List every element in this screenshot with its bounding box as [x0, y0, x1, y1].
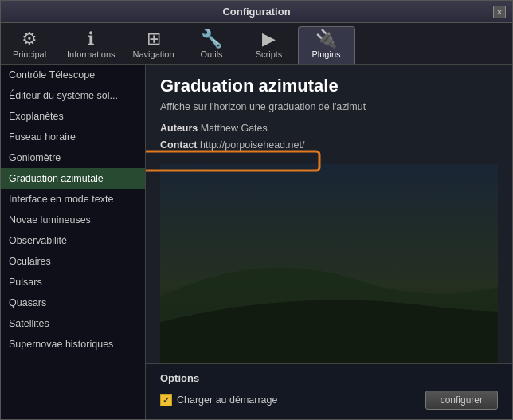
- options-title: Options: [160, 372, 498, 384]
- sidebar-item-pulsars[interactable]: Pulsars: [1, 272, 145, 292]
- tab-plugins-label: Plugins: [311, 49, 340, 59]
- tab-navigation[interactable]: ⊞ Navigation: [124, 26, 183, 64]
- landscape-svg: [160, 164, 498, 364]
- startup-checkbox-label: Charger au démarrage: [177, 394, 277, 406]
- tools-icon: 🔧: [201, 30, 222, 48]
- sidebar: Contrôle Télescope Éditeur du système so…: [1, 65, 146, 419]
- content-panel: Graduation azimutale Affiche sur l'horiz…: [146, 65, 512, 363]
- sidebar-item-supernovae[interactable]: Supernovae historiques: [1, 334, 145, 355]
- sidebar-item-editeur[interactable]: Éditeur du système sol...: [1, 85, 145, 106]
- tab-informations[interactable]: ℹ Informations: [58, 26, 124, 64]
- sidebar-item-fuseau[interactable]: Fuseau horaire: [1, 127, 145, 147]
- sidebar-item-controle[interactable]: Contrôle Télescope: [1, 65, 145, 85]
- plugin-description: Affiche sur l'horizon une graduation de …: [160, 101, 498, 112]
- plugin-icon: 🔌: [315, 30, 337, 48]
- tab-navigation-label: Navigation: [133, 49, 174, 59]
- tab-outils[interactable]: 🔧 Outils: [183, 26, 241, 64]
- gear-icon: ⚙: [22, 30, 37, 48]
- sidebar-item-goniometre[interactable]: Goniomètre: [1, 147, 145, 168]
- info-icon: ℹ: [88, 30, 94, 48]
- sidebar-item-interface[interactable]: Interface en mode texte: [1, 189, 145, 210]
- play-icon: ▶: [262, 30, 276, 48]
- sidebar-item-novae[interactable]: Novae lumineuses: [1, 210, 145, 230]
- sidebar-item-exoplanetes[interactable]: Exoplanètes: [1, 106, 145, 127]
- contact-label: Contact: [160, 139, 198, 151]
- sidebar-item-oculaires[interactable]: Oculaires: [1, 251, 145, 272]
- main-content: Contrôle Télescope Éditeur du système so…: [1, 65, 512, 419]
- tab-plugins[interactable]: 🔌 Plugins: [298, 26, 355, 64]
- close-button[interactable]: ×: [493, 6, 506, 18]
- startup-checkbox-row: Charger au démarrage: [160, 394, 277, 406]
- plugin-title: Graduation azimutale: [160, 76, 498, 96]
- scene-area: [160, 164, 498, 364]
- options-section: Options Charger au démarrage configurer: [146, 363, 512, 419]
- tab-scripts[interactable]: ▶ Scripts: [241, 26, 298, 64]
- contact-value: http://porpoisehead.net/: [198, 139, 305, 151]
- tab-scripts-label: Scripts: [256, 49, 283, 59]
- main-window: Configuration × ⚙ Principal ℹ Informatio…: [0, 0, 513, 420]
- nav-icon: ⊞: [147, 30, 161, 48]
- authors-label: Auteurs: [160, 123, 198, 134]
- tab-principal[interactable]: ⚙ Principal: [1, 26, 58, 64]
- authors-value: Matthew Gates: [198, 123, 268, 134]
- configure-button[interactable]: configurer: [425, 391, 498, 410]
- startup-checkbox[interactable]: [160, 394, 172, 406]
- sidebar-item-observabilite[interactable]: Observabilité: [1, 230, 145, 251]
- tab-informations-label: Informations: [67, 49, 116, 59]
- tabbar: ⚙ Principal ℹ Informations ⊞ Navigation …: [1, 23, 512, 65]
- sidebar-item-satellites[interactable]: Satellites: [1, 313, 145, 334]
- options-row: Charger au démarrage configurer: [160, 391, 498, 410]
- plugin-meta: Auteurs Matthew Gates Contact http://por…: [160, 120, 498, 155]
- window-title: Configuration: [222, 6, 290, 18]
- sidebar-item-quasars[interactable]: Quasars: [1, 292, 145, 313]
- tab-outils-label: Outils: [200, 49, 222, 59]
- titlebar: Configuration ×: [1, 1, 512, 23]
- tab-principal-label: Principal: [13, 49, 46, 59]
- sidebar-item-graduation[interactable]: Graduation azimutale: [1, 168, 145, 189]
